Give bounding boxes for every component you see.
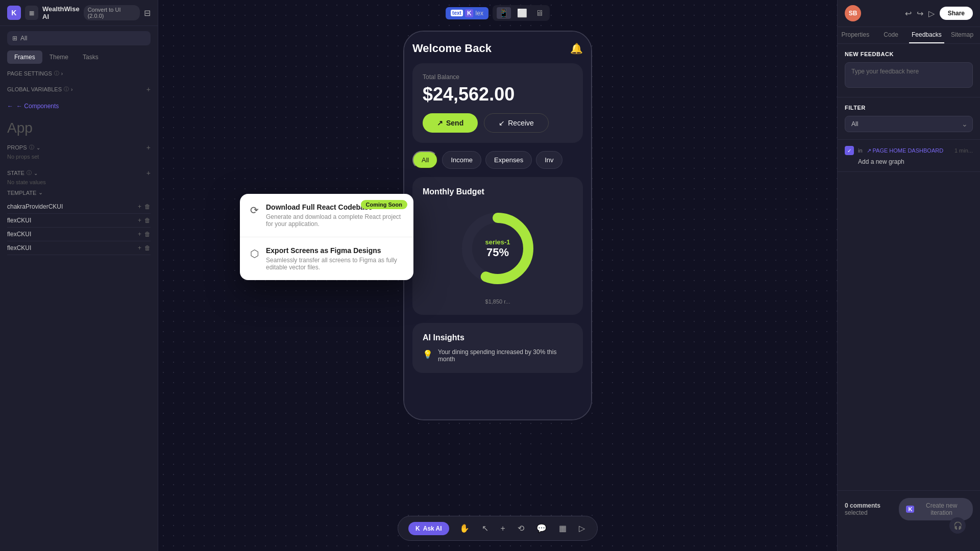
right-panel: SB ↩ ↪ ▷ Sitemap Share Properties Code F…: [837, 0, 980, 551]
notification-bell-icon[interactable]: 🔔: [570, 42, 583, 55]
ask-ai-button[interactable]: K Ask AI: [408, 522, 449, 535]
props-info-icon: ⓘ: [29, 144, 34, 151]
page-settings-info-icon: ⓘ: [54, 70, 59, 77]
feedback-page-name: PAGE HOME DASHBOARD: [873, 147, 944, 154]
ai-insight-text: Your dining spending increased by 30% th…: [438, 348, 573, 363]
filter-inv-button[interactable]: Inv: [536, 151, 562, 169]
page-settings-header[interactable]: PAGE SETTINGS ⓘ ›: [0, 66, 158, 81]
comment-tool-button[interactable]: 💬: [534, 521, 549, 535]
global-variables-header[interactable]: GLOBAL VARIABLES ⓘ › +: [0, 81, 158, 97]
template-item-delete-icon[interactable]: 🗑: [144, 244, 151, 252]
template-chevron-icon: ⌄: [38, 189, 43, 196]
search-label: All: [20, 35, 27, 42]
logo-box-icon: ▦: [25, 6, 39, 20]
monthly-budget-title: Monthly Budget: [423, 187, 573, 196]
ai-insights-section: AI Insights 💡 Your dining spending incre…: [412, 323, 583, 373]
comments-selected-text: 0 comments selected: [845, 502, 899, 516]
template-item-name: flexCKUI: [7, 217, 136, 224]
device-switcher: 📱 ⬜ 🖥: [493, 5, 550, 21]
filter-section: FILTER All Resolved Pending: [838, 97, 980, 140]
create-iteration-button[interactable]: K Create new iteration: [899, 498, 973, 520]
template-item-add-icon[interactable]: +: [138, 244, 141, 252]
mobile-view-button[interactable]: 📱: [497, 7, 511, 19]
right-nav-tabs: Properties Code Feedbacks Sitemap: [838, 27, 980, 44]
redo-icon[interactable]: ↪: [917, 9, 923, 18]
components-back-button[interactable]: ← ← Components: [0, 97, 158, 115]
tablet-view-button[interactable]: ⬜: [515, 7, 529, 19]
frame-tab[interactable]: text K lex: [446, 7, 488, 19]
external-link-icon: ↗: [867, 147, 871, 154]
layout-icon[interactable]: ⊟: [144, 8, 151, 18]
frame-tab-text-icon: text: [451, 10, 463, 16]
filter-label: FILTER: [845, 105, 973, 111]
template-item-delete-icon[interactable]: 🗑: [144, 231, 151, 238]
right-header: SB ↩ ↪ ▷ Sitemap Share: [838, 0, 980, 27]
app-label: App: [0, 115, 158, 141]
avatar[interactable]: SB: [845, 5, 861, 21]
state-add-icon[interactable]: +: [146, 169, 151, 177]
filter-income-button[interactable]: Income: [442, 151, 481, 169]
template-item-delete-icon[interactable]: 🗑: [144, 203, 151, 210]
play-icon[interactable]: ▷: [928, 9, 935, 18]
hand-tool-button[interactable]: ✋: [457, 521, 472, 535]
action-buttons: ↗ Send ↙ Receive: [423, 113, 573, 133]
receive-label: Receive: [508, 119, 534, 127]
template-item-add-icon[interactable]: +: [138, 231, 141, 238]
state-header[interactable]: STATE ⓘ ⌄ +: [7, 169, 151, 179]
tab-code[interactable]: Code: [873, 27, 909, 43]
popup-figma-title: Export Screens as Figma Designs: [266, 246, 403, 255]
no-state-text: No state values: [7, 179, 151, 185]
mobile-device-frame: Welcome Back 🔔 Total Balance $24,562.00 …: [403, 31, 592, 420]
popup-figma-content: Export Screens as Figma Designs Seamless…: [266, 246, 403, 271]
popup-figma-icon: ⬡: [250, 247, 259, 260]
tab-tasks[interactable]: Tasks: [76, 51, 106, 64]
filter-select[interactable]: All Resolved Pending: [845, 116, 973, 132]
feedback-input[interactable]: [845, 62, 973, 88]
tab-frames[interactable]: Frames: [7, 51, 42, 64]
left-panel: K ▦ WealthWise AI Convert to UI (2.0.0) …: [0, 0, 158, 551]
popup-item-figma[interactable]: ⬡ Export Screens as Figma Designs Seamle…: [240, 237, 413, 280]
global-variables-add-icon[interactable]: +: [146, 85, 151, 93]
balance-card: Total Balance $24,562.00 ↗ Send ↙ Receiv…: [412, 63, 583, 143]
tab-sitemap[interactable]: Sitemap: [944, 27, 980, 43]
help-button[interactable]: 🎧: [949, 517, 966, 534]
undo-icon[interactable]: ↩: [905, 9, 912, 18]
template-header[interactable]: TEMPLATE ⌄: [7, 189, 151, 196]
mobile-header: Welcome Back 🔔: [412, 42, 583, 55]
template-item-name: chakraProviderCKUI: [7, 203, 136, 210]
frame-tab-suffix: lex: [476, 10, 483, 17]
send-label: Send: [446, 119, 463, 127]
global-variables-chevron-icon: ›: [71, 87, 72, 92]
desktop-view-button[interactable]: 🖥: [533, 8, 546, 19]
send-arrow-icon: ↗: [437, 119, 443, 127]
donut-center-text: series-1 75%: [485, 238, 510, 259]
receive-button[interactable]: ↙ Receive: [484, 113, 549, 133]
comments-count: 0 comments: [845, 502, 880, 509]
play-tool-button[interactable]: ▷: [577, 521, 587, 535]
props-header[interactable]: PROPS ⓘ ⌄ +: [7, 143, 151, 154]
template-item-add-icon[interactable]: +: [138, 217, 141, 224]
feedback-checkbox[interactable]: ✓: [845, 146, 854, 155]
filter-all-button[interactable]: All: [412, 151, 438, 169]
share-button[interactable]: Share: [940, 7, 973, 20]
template-item-add-icon[interactable]: +: [138, 203, 141, 210]
feedback-page-link[interactable]: ↗ PAGE HOME DASHBOARD: [867, 147, 944, 154]
transform-tool-button[interactable]: ⟲: [516, 521, 526, 535]
tab-properties[interactable]: Properties: [838, 27, 873, 43]
version-badge[interactable]: Convert to UI (2.0.0): [84, 5, 140, 20]
filter-expenses-button[interactable]: Expenses: [485, 151, 532, 169]
create-iteration-label: Create new iteration: [917, 502, 966, 516]
no-props-text: No props set: [7, 154, 151, 160]
tab-feedbacks[interactable]: Feedbacks: [909, 27, 945, 43]
cursor-tool-button[interactable]: ↖: [480, 521, 491, 535]
grid-tool-button[interactable]: ▦: [557, 521, 569, 535]
add-tool-button[interactable]: +: [499, 522, 507, 535]
send-button[interactable]: ↗ Send: [423, 113, 478, 133]
state-chevron-icon: ⌄: [34, 170, 38, 176]
panel-tabs: Frames Theme Tasks: [0, 51, 158, 64]
props-add-icon[interactable]: +: [146, 143, 151, 152]
global-variables-label: GLOBAL VARIABLES: [7, 86, 62, 92]
template-item-delete-icon[interactable]: 🗑: [144, 217, 151, 224]
all-search-bar[interactable]: ⊞ All: [7, 31, 151, 45]
tab-theme[interactable]: Theme: [42, 51, 76, 64]
